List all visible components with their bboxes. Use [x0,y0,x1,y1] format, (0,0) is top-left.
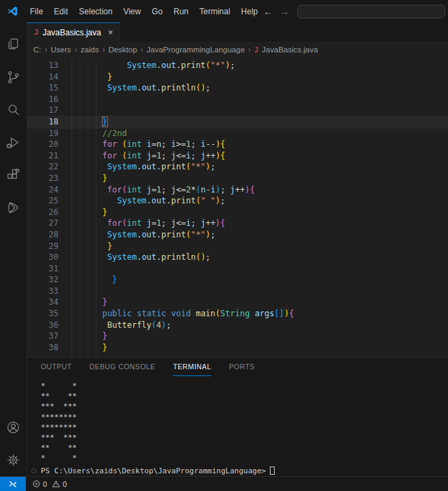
code-line-24[interactable]: 24 for(int j=1; j<=2*(n-i); j++){ [27,184,448,196]
errors-icon [32,479,41,488]
warnings-icon [52,479,61,488]
code-line-23[interactable]: 23 } [27,173,448,184]
code-line-37[interactable]: 37 } [27,331,448,342]
terminal-output-line: ******** [41,412,448,422]
line-number: 27 [27,218,68,229]
breadcrumb-item[interactable]: zaids [81,46,99,54]
problems-indicator[interactable]: 0 0 [32,479,69,488]
breadcrumb-item[interactable]: JavaBasics.java [262,46,317,54]
code-text: System.out.println(); [68,82,211,94]
code-line-30[interactable]: 30 System.out.println(); [27,252,448,263]
code-text: } [68,342,107,354]
breadcrumb-item[interactable]: C: [33,46,41,54]
command-center-searchbox[interactable] [297,5,445,18]
settings-icon[interactable] [0,443,27,476]
text-cursor [107,117,109,126]
source-control-icon[interactable] [0,61,27,93]
menu-edit[interactable]: Edit [48,4,73,19]
bottom-panel: OUTPUTDEBUG CONSOLETERMINALPORTS * *** *… [27,357,448,476]
code-lines: 13 System.out.print("*");14 }15 System.o… [27,60,448,353]
code-line-28[interactable]: 28 System.out.print("*"); [27,229,448,241]
terminal-prompt-row: PS C:\Users\zaids\Desktop\JavaProgrammin… [41,466,448,476]
code-text: } [68,241,112,252]
code-text: for (int j=1; j<=i; j++){ [68,150,225,162]
code-line-19[interactable]: 19 //2nd [27,128,448,139]
code-line-36[interactable]: 36 Butterfly(4); [27,320,448,331]
code-line-13[interactable]: 13 System.out.print("*"); [27,60,448,71]
code-text: } [68,297,107,308]
tab-close-icon[interactable]: × [108,27,114,37]
code-line-25[interactable]: 25 System.out.print(" "); [27,195,448,207]
code-line-35[interactable]: 35 public static void main(String args[]… [27,308,448,320]
code-line-15[interactable]: 15 System.out.println(); [27,82,448,94]
code-line-14[interactable]: 14 } [27,71,448,83]
errors-count: 0 [43,480,47,488]
code-line-16[interactable]: 16 [27,94,448,105]
code-text: System.out.println(); [68,252,211,263]
terminal[interactable]: * *** ***** ********************** *****… [27,376,448,476]
breadcrumb-separator-icon: › [75,45,77,54]
menu-terminal[interactable]: Terminal [194,4,235,19]
breadcrumb-separator-icon: › [102,45,105,54]
code-line-38[interactable]: 38 } [27,342,448,354]
breadcrumb-item[interactable]: Users [51,46,71,54]
code-line-34[interactable]: 34 } [27,297,448,308]
code-line-17[interactable]: 17 [27,105,448,116]
line-number: 14 [27,71,68,83]
terminal-output-line: * * [41,453,448,463]
breadcrumb-java-file-icon: J [254,46,258,54]
search-icon[interactable] [0,93,27,126]
panel-tab-terminal[interactable]: TERMINAL [173,358,211,376]
terminal-prompt-text: PS C:\Users\zaids\Desktop\JavaProgrammin… [41,466,266,476]
terminal-output-line: ** ** [41,443,448,453]
remote-icon [8,479,18,489]
menu-selection[interactable]: Selection [73,4,118,19]
panel-tab-debug-console[interactable]: DEBUG CONSOLE [90,358,156,376]
tab-javabasics-java[interactable]: J JavaBasics.java × [27,22,120,41]
line-number: 30 [27,252,68,263]
line-number: 33 [27,286,68,297]
breadcrumb-item[interactable]: Desktop [108,46,137,54]
code-line-22[interactable]: 22 System.out.print("*"); [27,161,448,173]
code-line-27[interactable]: 27 for(int j=1; j<=i; j++){ [27,218,448,229]
code-line-32[interactable]: 32 } [27,274,448,286]
line-number: 24 [27,184,68,196]
activity-bar [0,22,27,476]
code-line-26[interactable]: 26 } [27,207,448,218]
remote-indicator-button[interactable] [0,477,26,491]
code-line-20[interactable]: 20 for (int i=n; i>=1; i--){ [27,139,448,150]
code-line-21[interactable]: 21 for (int j=1; j<=i; j++){ [27,150,448,162]
vscode-logo-icon [7,5,18,17]
custom-extension-icon[interactable] [0,191,27,224]
code-line-29[interactable]: 29 } [27,241,448,252]
panel-tab-ports[interactable]: PORTS [229,358,255,376]
nav-back-button[interactable]: ← [263,6,273,17]
extensions-icon[interactable] [0,158,27,191]
explorer-icon[interactable] [0,28,27,61]
account-icon[interactable] [0,411,27,443]
nav-forward-button[interactable]: → [279,6,289,17]
menu-help[interactable]: Help [236,4,264,19]
editor-tab-bar: J JavaBasics.java × [27,22,448,41]
panel-tab-output[interactable]: OUTPUT [41,358,72,376]
menu-file[interactable]: File [24,4,48,19]
code-line-31[interactable]: 31 [27,263,448,275]
code-editor[interactable]: 13 System.out.print("*");14 }15 System.o… [27,58,448,357]
terminal-cursor [270,467,275,475]
line-number: 38 [27,342,68,354]
code-text: } [68,116,108,128]
menu-run[interactable]: Run [168,4,194,19]
menu-view[interactable]: View [118,4,146,19]
code-line-18[interactable]: 18 } [27,116,448,128]
breadcrumb-item[interactable]: JavaProgrammingLanguage [147,46,245,54]
menu-go[interactable]: Go [146,4,168,19]
line-number: 21 [27,150,68,162]
run-debug-icon[interactable] [0,126,27,158]
code-text: } [68,331,107,342]
code-text: public static void main(String args[]){ [68,308,294,320]
code-line-33[interactable]: 33 [27,286,448,297]
menu-bar: FileEditSelectionViewGoRunTerminalHelp [24,4,263,19]
breadcrumb: C:›Users›zaids›Desktop›JavaProgrammingLa… [27,41,448,58]
line-number: 35 [27,308,68,320]
line-number: 32 [27,274,68,286]
